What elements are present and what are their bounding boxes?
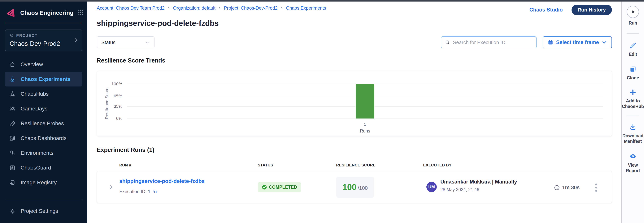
sidebar: Chaos Engineering PROJECT Chaos-Dev-Pr [0, 0, 87, 223]
breadcrumb-organization[interactable]: Organization: default [173, 5, 220, 11]
breadcrumb-account[interactable]: Account: Chaos Dev Team Prod2 [97, 5, 170, 11]
select-time-frame-label: Select time frame [556, 40, 599, 45]
row-menu-kebab-icon[interactable] [593, 182, 599, 193]
play-icon [631, 9, 636, 14]
test-tube-icon [9, 120, 16, 127]
table-row[interactable]: shippingservice-pod-delete-fzdbs Executi… [97, 171, 612, 203]
resilience-score-trends-chart: Resilience Score 100% 65% 35% 0% 1 Runs [97, 71, 612, 136]
runs-table-header: RUN # STATUS RESILIENCE SCORE EXECUTED B… [97, 163, 612, 168]
status-filter-dropdown[interactable]: Status [97, 36, 154, 48]
rail-item-label: Edit [629, 52, 637, 57]
chart-plot-area [127, 84, 603, 119]
resilience-score-value: 100 [342, 182, 356, 192]
run-button[interactable] [627, 6, 639, 18]
sidebar-item-chaos-dashboards[interactable]: Chaos Dashboards [5, 131, 82, 146]
hexagons-icon [9, 150, 16, 156]
gear-icon [9, 208, 16, 214]
breadcrumb-chaos-experiments[interactable]: Chaos Experiments [286, 5, 326, 11]
app-grid-icon[interactable] [78, 9, 84, 16]
sidebar-item-chaos-experiments[interactable]: Chaos Experiments [5, 72, 82, 86]
app-name: Chaos Engineering [20, 10, 74, 16]
resilience-score-trends-title: Resilience Score Trends [97, 57, 612, 64]
run-duration-text: 1m 30s [562, 185, 580, 191]
rail-item-label: View Report [622, 162, 644, 174]
sidebar-divider [5, 200, 82, 200]
clone-button[interactable]: Clone [627, 66, 639, 81]
sidebar-item-environments[interactable]: Environments [5, 146, 82, 160]
chart-gridline [127, 119, 603, 119]
calendar-icon [548, 40, 553, 45]
hub-icon [9, 91, 16, 97]
filters-toolbar: Status Select time frame [97, 36, 612, 48]
sidebar-item-label: Image Registry [21, 179, 56, 186]
sidebar-item-resilience-probes[interactable]: Resilience Probes [5, 116, 82, 131]
chaos-studio-link[interactable]: Chaos Studio [530, 7, 563, 13]
run-name-link[interactable]: shippingservice-pod-delete-fzdbs [119, 178, 205, 184]
search-input[interactable] [453, 40, 533, 45]
sidebar-item-label: Resilience Probes [21, 121, 64, 127]
select-time-frame-button[interactable]: Select time frame [543, 36, 612, 48]
rail-divider [626, 115, 639, 116]
run-history-button[interactable]: Run History [572, 5, 612, 15]
sidebar-item-chaoshubs[interactable]: ChaosHubs [5, 86, 82, 101]
rail-item-label: Clone [627, 75, 639, 81]
download-manifest-button[interactable]: Download Manifest [622, 124, 644, 144]
column-header-status: STATUS [258, 163, 273, 167]
plus-icon [629, 89, 636, 96]
status-badge-label: COMPLETED [269, 185, 297, 190]
row-expand-chevron-icon[interactable] [108, 184, 114, 190]
chaos-engineering-app: Chaos Engineering PROJECT Chaos-Dev-Pr [0, 0, 644, 223]
resilience-score-total: /100 [358, 185, 368, 191]
status-filter-label: Status [101, 40, 116, 45]
copy-icon[interactable] [153, 189, 158, 194]
resilience-score-box: 100 /100 [336, 177, 374, 198]
run-duration: 1m 30s [554, 185, 580, 191]
sidebar-item-project-settings[interactable]: Project Settings [5, 204, 82, 218]
rail-item-label: Download Manifest [622, 133, 644, 144]
lock-icon [9, 165, 16, 171]
clock-icon [554, 185, 560, 191]
sidebar-item-label: Chaos Dashboards [21, 135, 66, 141]
sidebar-item-gamedays[interactable]: GameDays [5, 101, 82, 116]
sidebar-item-label: GameDays [21, 106, 48, 112]
rail-item-label: Add to ChaosHub [622, 98, 644, 109]
add-to-chaoshub-button[interactable]: Add to ChaosHub [622, 89, 644, 109]
download-icon [629, 124, 636, 131]
chart-bar[interactable] [356, 84, 374, 119]
view-report-button[interactable]: View Report [622, 152, 644, 174]
registry-icon [9, 179, 16, 186]
column-header-resilience-score: RESILIENCE SCORE [336, 163, 376, 167]
executed-at-timestamp: 28 May 2024, 21:46 [440, 187, 517, 192]
chevron-down-icon [145, 40, 150, 45]
clone-icon [629, 66, 636, 73]
eye-icon [629, 152, 637, 160]
sidebar-item-label: ChaosGuard [21, 165, 51, 171]
chart-y-tick: 65% [97, 93, 122, 98]
sidebar-item-label: Chaos Experiments [21, 76, 70, 82]
sidebar-item-label: Environments [21, 150, 53, 156]
brand-accent-line [5, 23, 82, 23]
pencil-icon [629, 42, 636, 49]
sidebar-item-label: Project Settings [21, 208, 58, 214]
project-label: PROJECT [16, 33, 38, 38]
window-top-strip [0, 0, 644, 2]
experiment-runs-title: Experiment Runs (1) [97, 147, 612, 153]
edit-button[interactable]: Edit [629, 42, 637, 57]
main-content: Account: Chaos Dev Team Prod2 Organizati… [87, 0, 622, 223]
chevron-right-icon [74, 38, 78, 43]
chart-x-tick: 1 [127, 122, 603, 127]
breadcrumb-project[interactable]: Project: Chaos-Dev-Prod2 [224, 5, 282, 11]
sidebar-nav: Overview Chaos Experiments ChaosHubs Gam… [0, 57, 87, 190]
sidebar-item-label: ChaosHubs [21, 91, 48, 97]
execution-id: Execution ID: 1 [119, 189, 150, 194]
column-header-run: RUN # [119, 163, 131, 167]
people-icon [9, 105, 16, 112]
sidebar-item-image-registry[interactable]: Image Registry [5, 175, 82, 190]
project-selector[interactable]: PROJECT Chaos-Dev-Prod2 [5, 30, 82, 51]
sidebar-item-overview[interactable]: Overview [5, 57, 82, 72]
sidebar-item-chaosguard[interactable]: ChaosGuard [5, 160, 82, 175]
project-cube-icon [10, 33, 14, 38]
flask-icon [9, 76, 16, 82]
rail-item-label: Run [629, 20, 637, 26]
chart-y-tick: 0% [97, 116, 122, 121]
